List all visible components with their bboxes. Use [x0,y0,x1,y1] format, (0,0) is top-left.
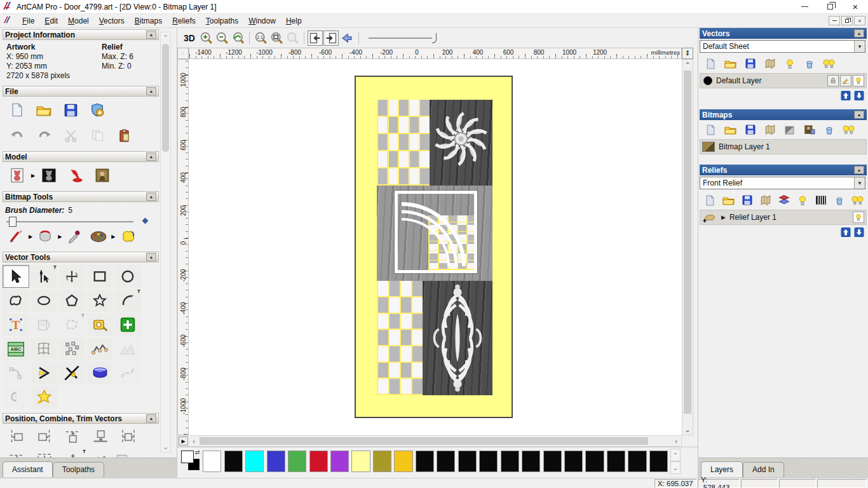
align-top-icon[interactable] [58,426,86,447]
delete-layer-icon[interactable] [819,123,839,137]
relief-select[interactable]: Front Relief ▼ [700,177,865,189]
tab-add-in[interactable]: Add In [743,462,784,477]
zoom-11-icon[interactable]: 1:1 [253,30,268,46]
colour-swatch[interactable] [245,451,264,472]
drawing-canvas[interactable] [189,59,682,435]
menu-toolpaths[interactable]: Toolpaths [201,15,243,27]
paint-icon[interactable] [4,226,28,247]
vector-doctor-icon[interactable] [114,313,141,336]
transform-icon[interactable] [58,265,85,288]
flyout-arrow-icon[interactable]: ▶ [31,173,35,179]
visibility-bulb-icon[interactable] [853,75,864,86]
scroll-down-icon[interactable]: ⌄ [161,442,170,452]
next-layer-icon[interactable] [323,30,339,46]
assistant-scrollbar[interactable]: ⌃ ⌄ [160,32,171,452]
delete-layer-icon[interactable] [799,57,819,71]
distort-icon[interactable] [31,337,57,360]
flood-fill-icon[interactable] [33,226,57,247]
scroll-down-icon[interactable]: ⌄ [670,461,681,474]
open-bitmap-layer-icon[interactable] [721,123,740,137]
trim-icon[interactable] [58,362,85,384]
menu-help[interactable]: Help [281,15,307,27]
collapse-icon[interactable]: ▲ [146,193,156,201]
save-bitmap-layer-icon[interactable] [740,123,760,137]
colour-swatch[interactable] [416,451,434,472]
redo-icon[interactable] [31,125,57,146]
select-icon[interactable] [3,265,29,288]
collapse-icon[interactable]: ▲ [146,414,156,423]
ellipse-icon[interactable] [31,289,57,312]
menu-window[interactable]: Window [243,15,281,27]
move-forward-icon[interactable] [58,449,86,458]
colour-swatch[interactable] [394,451,412,472]
align-bottom-icon[interactable] [86,426,114,447]
lighting-icon[interactable] [62,165,89,186]
star-icon[interactable] [86,289,113,312]
menu-edit[interactable]: Edit [39,15,63,27]
align-right-icon[interactable] [31,426,58,447]
collapse-icon[interactable]: ▲ [146,30,156,39]
scroll-right-icon[interactable]: › [672,437,681,445]
scroll-left-icon[interactable]: ‹ [189,437,198,445]
scroll-thumb[interactable] [684,71,691,414]
collapse-icon[interactable]: ▲ [146,87,156,95]
pick-colour-icon[interactable] [62,226,86,247]
door-artwork[interactable] [355,76,513,418]
expander-icon[interactable]: ▶ [721,214,726,220]
scatter-icon[interactable] [86,449,114,458]
relief-greyscale-icon[interactable] [811,193,830,207]
colour-swatch[interactable] [309,451,328,472]
scroll-down-icon[interactable]: ⌄ [683,425,692,434]
tab-layers[interactable]: Layers [701,461,743,477]
polygon-icon[interactable] [58,289,85,312]
scroll-up-icon[interactable]: ⌃ [670,449,681,461]
open-model-icon[interactable] [31,99,57,121]
palette-scrollbar[interactable]: ⌃ ⌄ [670,449,681,477]
collapse-icon[interactable]: ▲ [854,166,864,174]
collapse-icon[interactable]: ▲ [146,152,156,161]
restore-button[interactable] [817,0,843,13]
menu-model[interactable]: Model [63,15,94,27]
nesting-icon[interactable]: Nes [114,449,142,458]
mdi-restore-button[interactable] [841,16,853,25]
visibility-bulb-icon[interactable] [853,212,864,223]
scroll-up-icon[interactable]: ⌃ [683,60,692,69]
opacity-slider[interactable] [369,32,442,44]
colour-swatch[interactable] [458,451,477,472]
menu-file[interactable]: File [17,15,39,27]
all-layers-visible-icon[interactable] [839,123,858,137]
new-model-icon[interactable] [4,99,31,121]
colour-swatch[interactable] [649,451,668,472]
colour-swatch[interactable] [479,451,498,472]
mdi-close-button[interactable]: × [854,16,865,25]
slider-handle[interactable] [9,217,17,227]
chevron-down-icon[interactable]: ▼ [854,177,865,189]
text-abc-icon[interactable]: ABC [3,337,29,360]
colour-swatch[interactable] [564,451,583,472]
align-center-h-icon[interactable] [114,426,142,447]
collapse-icon[interactable]: ▲ [854,29,864,37]
toggle-3d-view-button[interactable]: 3D [181,30,198,46]
open-relief-layer-icon[interactable] [719,193,738,207]
colour-swatch[interactable] [203,451,221,472]
close-button[interactable]: × [843,0,868,13]
new-bitmap-layer-icon[interactable] [701,123,721,137]
prev-view-icon[interactable] [339,30,355,46]
bisector-icon[interactable] [31,362,57,384]
rectangle-icon[interactable] [86,265,113,288]
slider-handle[interactable] [432,33,437,43]
canvas-horizontal-scrollbar[interactable]: ▶ ‹ › [177,435,682,447]
scroll-thumb[interactable] [162,44,169,152]
load-texture-icon[interactable] [89,165,116,186]
flyout-arrow-icon[interactable]: ▶ [29,234,32,240]
polyline-icon[interactable] [3,289,29,312]
minimize-button[interactable] [792,0,817,13]
arc-icon[interactable] [114,289,141,312]
colour-swatch[interactable] [373,451,391,472]
all-layers-visible-icon[interactable] [819,57,839,71]
merge-relief-layers-icon[interactable] [756,193,775,207]
colour-swatch[interactable] [267,451,285,472]
colour-swatch[interactable] [522,451,540,472]
greyscale-view-icon[interactable] [780,123,799,137]
colour-swatch[interactable] [288,451,306,472]
